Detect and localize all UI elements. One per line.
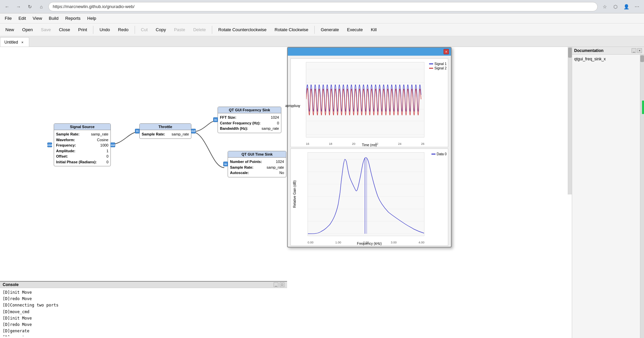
time-chart-area: -0.2 -0.4 -0.6 -0.8 -1 -1.2: [306, 62, 424, 137]
time-sink-in-port[interactable]: in: [223, 162, 228, 166]
freq-sink-in-port[interactable]: in: [213, 117, 218, 122]
save-button[interactable]: Save: [38, 26, 54, 34]
plot-window: × Amplitude -0.2 -0.4 -0.6 -0.8 -1: [287, 47, 452, 247]
back-button[interactable]: ←: [3, 2, 11, 11]
menu-help[interactable]: Help: [84, 14, 100, 22]
doc-scrollbar-thumb[interactable]: [640, 55, 644, 62]
doc-scrollbar[interactable]: [640, 55, 644, 338]
doc-content-text: qtgui_freq_sink_x: [574, 57, 606, 61]
rotate-cw-button[interactable]: Rotate Clockwise: [271, 26, 312, 34]
generate-button[interactable]: Generate: [317, 26, 342, 34]
separator-2: [135, 26, 135, 34]
signal-source-body: Sample Rate:samp_rate Waveform:Cosine Fr…: [54, 130, 110, 166]
console-line-3: [D]Connecting two ports: [3, 302, 284, 308]
plot-titlebar[interactable]: ×: [288, 48, 451, 56]
doc-panel-close[interactable]: ×: [637, 48, 642, 53]
separator-3: [212, 26, 212, 34]
menu-view[interactable]: View: [29, 14, 45, 22]
doc-panel-controls: _ ×: [632, 48, 642, 53]
tab-untitled[interactable]: Untitled ×: [0, 37, 29, 47]
account-icon[interactable]: 👤: [622, 2, 631, 11]
menu-bar: File Edit View Build Reports Help: [0, 13, 644, 23]
close-button[interactable]: Close: [55, 26, 73, 34]
throttle-out-port[interactable]: out: [191, 129, 196, 133]
time-chart-legend: Signal 1 Signal 2: [429, 62, 447, 71]
tab-bar: Untitled ×: [0, 36, 644, 47]
menu-file[interactable]: File: [1, 14, 15, 22]
plot-close-button[interactable]: ×: [444, 49, 449, 54]
freq-chart-svg: -130 -135 -140 -145 -150 -155 -160: [308, 153, 424, 236]
throttle-in-port[interactable]: in: [135, 129, 140, 133]
freq-chart: Relative Gain (dB) -130 -135 -140 -145 -…: [290, 149, 448, 246]
home-button[interactable]: ⌂: [37, 2, 46, 11]
toolbar: New Open Save Close Print Undo Redo Cut …: [0, 23, 644, 36]
delete-button[interactable]: Delete: [190, 26, 209, 34]
scrollbar-thumb[interactable]: [568, 48, 572, 58]
main-area: Signal Source Sample Rate:samp_rate Wave…: [0, 47, 644, 338]
console-controls: _ □: [274, 282, 284, 287]
console-maximize[interactable]: □: [280, 282, 284, 287]
console-area: Console _ □ [D]init Move [D]redo Move [D…: [0, 281, 287, 338]
extensions-icon[interactable]: ⬡: [611, 2, 620, 11]
separator-4: [314, 26, 315, 34]
freq-y-label: Relative Gain (dB): [293, 152, 296, 236]
doc-panel-content: qtgui_freq_sink_x: [572, 55, 640, 338]
bookmark-icon[interactable]: ☆: [600, 2, 609, 11]
freq-chart-legend: Data 0: [431, 152, 447, 157]
signal-source-out-port[interactable]: out: [110, 143, 115, 147]
throttle-block[interactable]: Throttle Sample Rate:samp_rate in out: [139, 123, 191, 139]
address-bar[interactable]: https://marcnewlin.github.io/gnuradio-we…: [48, 2, 598, 11]
console-title: Console: [3, 282, 18, 287]
time-chart: Amplitude -0.2 -0.4 -0.6 -0.8 -1 -1.2: [290, 58, 448, 147]
console-body: [D]init Move [D]redo Move [D]Connecting …: [0, 288, 287, 336]
console-line-5: [D]init Move: [3, 315, 284, 322]
signal-source-title: Signal Source: [54, 124, 110, 130]
browser-icons: ☆ ⬡ 👤 ⋯: [600, 2, 641, 11]
open-button[interactable]: Open: [19, 26, 36, 34]
console-line-8: [D]execute: [3, 334, 284, 336]
undo-button[interactable]: Undo: [96, 26, 113, 34]
new-button[interactable]: New: [2, 26, 17, 34]
freq-chart-area: -130 -135 -140 -145 -150 -155 -160: [308, 152, 424, 236]
canvas-vscrollbar[interactable]: [568, 47, 572, 194]
console-line-4: [D]move_cmd: [3, 309, 284, 315]
paste-button[interactable]: Paste: [171, 26, 188, 34]
copy-button[interactable]: Copy: [152, 26, 169, 34]
time-sink-body: Number of Points:1024 Sample Rate:samp_r…: [228, 158, 286, 177]
refresh-button[interactable]: ↻: [26, 2, 34, 11]
menu-dots-icon[interactable]: ⋯: [633, 2, 641, 11]
menu-build[interactable]: Build: [45, 14, 62, 22]
console-line-7: [D]generate: [3, 328, 284, 334]
time-sink-title: QT GUI Time Sink: [228, 151, 286, 158]
menu-reports[interactable]: Reports: [62, 14, 84, 22]
freq-sink-body: FFT Size:1024 Center Frequency (Hz):0 Ba…: [218, 113, 281, 133]
freq-x-title: Frequency (kHz): [357, 242, 382, 245]
doc-panel-title: Documentation: [574, 48, 603, 53]
tab-label: Untitled: [4, 40, 18, 45]
doc-panel-header: Documentation _ ×: [572, 47, 644, 55]
redo-button[interactable]: Redo: [115, 26, 132, 34]
menu-edit[interactable]: Edit: [15, 14, 29, 22]
canvas-area[interactable]: Signal Source Sample Rate:samp_rate Wave…: [0, 47, 572, 338]
kill-button[interactable]: Kill: [367, 26, 380, 34]
throttle-body: Sample Rate:samp_rate: [140, 130, 191, 138]
forward-button[interactable]: →: [14, 2, 23, 11]
rotate-ccw-button[interactable]: Rotate Counterclockwise: [215, 26, 270, 34]
cut-button[interactable]: Cut: [138, 26, 151, 34]
signal-source-cmd-port[interactable]: cmd: [47, 143, 52, 147]
signal-source-block[interactable]: Signal Source Sample Rate:samp_rate Wave…: [54, 123, 111, 166]
console-line-1: [D]init Move: [3, 289, 284, 296]
console-line-2: [D]redo Move: [3, 296, 284, 302]
console-minimize[interactable]: _: [274, 282, 278, 287]
freq-sink-block[interactable]: QT GUI Frequency Sink FFT Size:1024 Cent…: [218, 107, 281, 133]
tab-close-button[interactable]: ×: [20, 40, 25, 45]
execute-button[interactable]: Execute: [343, 26, 366, 34]
console-line-6: [D]redo Move: [3, 322, 284, 328]
print-button[interactable]: Print: [75, 26, 91, 34]
throttle-title: Throttle: [140, 124, 191, 130]
doc-panel-minimize[interactable]: _: [632, 48, 636, 53]
time-x-title: Time (ms): [362, 143, 377, 147]
browser-chrome: ← → ↻ ⌂ https://marcnewlin.github.io/gnu…: [0, 0, 644, 13]
console-header: Console _ □: [0, 282, 287, 288]
time-sink-block[interactable]: QT GUI Time Sink Number of Points:1024 S…: [228, 151, 286, 177]
